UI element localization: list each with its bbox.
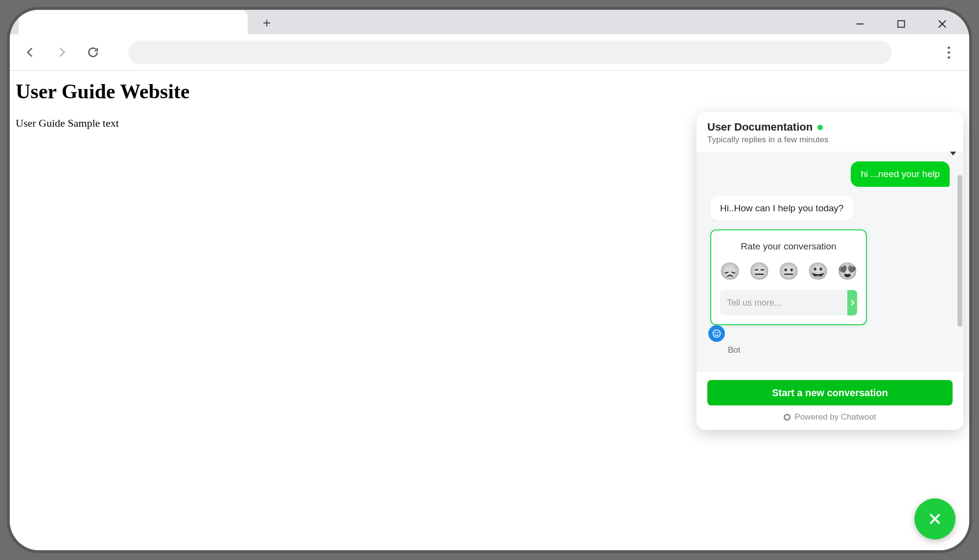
close-icon xyxy=(927,511,943,527)
chatwoot-logo-icon xyxy=(784,414,791,421)
chat-scrollbar[interactable] xyxy=(957,175,962,327)
browser-window: + User Guide Website xyxy=(10,10,969,550)
window-close-button[interactable] xyxy=(931,13,954,35)
window-maximize-button[interactable] xyxy=(890,13,912,35)
window-minimize-button[interactable] xyxy=(849,13,871,35)
chat-close-bubble[interactable] xyxy=(914,498,956,539)
page-content: User Guide Website User Guide Sample tex… xyxy=(10,71,969,550)
new-tab-button[interactable]: + xyxy=(256,12,278,34)
rate-feedback-send-button[interactable] xyxy=(847,290,857,315)
chat-header: User Documentation Typically replies in … xyxy=(697,112,963,152)
rate-emoji-2[interactable]: 😑 xyxy=(749,263,769,279)
start-conversation-button[interactable]: Start a new conversation xyxy=(707,380,953,405)
reload-button[interactable] xyxy=(83,43,103,62)
rate-emoji-3[interactable]: 😐 xyxy=(778,263,799,279)
rate-feedback-row xyxy=(720,290,857,315)
svg-rect-1 xyxy=(898,21,904,27)
page-heading: User Guide Website xyxy=(16,80,963,103)
rate-title: Rate your conversation xyxy=(720,241,857,252)
rate-card: Rate your conversation 😞 😑 😐 😀 😍 xyxy=(710,229,867,325)
chat-title: User Documentation xyxy=(707,121,813,134)
browser-tab[interactable] xyxy=(19,10,248,34)
status-online-icon xyxy=(817,125,823,130)
chat-footer: Start a new conversation Powered by Chat… xyxy=(697,372,963,430)
rate-emoji-1[interactable]: 😞 xyxy=(720,263,740,279)
bot-avatar-icon xyxy=(708,325,725,342)
chat-message-user: hi ...need your help xyxy=(710,161,950,187)
rate-feedback-input[interactable] xyxy=(720,290,847,315)
svg-point-5 xyxy=(715,332,716,334)
chat-message-bot: Hi..How can I help you today? xyxy=(710,196,950,221)
chat-subtitle: Typically replies in a few minutes xyxy=(707,135,953,145)
back-button[interactable] xyxy=(21,43,40,62)
browser-menu-button[interactable] xyxy=(939,43,958,62)
tab-strip: + xyxy=(10,10,969,34)
forward-button[interactable] xyxy=(52,43,71,62)
chat-widget: User Documentation Typically replies in … xyxy=(697,112,963,430)
powered-by-label: Powered by Chatwoot xyxy=(794,412,876,422)
chat-bubble: Hi..How can I help you today? xyxy=(710,196,853,221)
chevron-right-icon xyxy=(848,298,857,307)
bot-label: Bot xyxy=(728,345,741,355)
svg-point-6 xyxy=(717,332,719,334)
rate-emoji-row: 😞 😑 😐 😀 😍 xyxy=(720,263,857,279)
chat-bubble: hi ...need your help xyxy=(851,161,950,187)
rate-emoji-4[interactable]: 😀 xyxy=(808,263,828,279)
svg-point-4 xyxy=(713,330,721,337)
address-bar[interactable] xyxy=(128,41,892,64)
rate-emoji-5[interactable]: 😍 xyxy=(837,263,858,279)
powered-by[interactable]: Powered by Chatwoot xyxy=(784,412,876,422)
browser-toolbar xyxy=(10,34,969,71)
chat-body: hi ...need your help Hi..How can I help … xyxy=(697,152,963,372)
